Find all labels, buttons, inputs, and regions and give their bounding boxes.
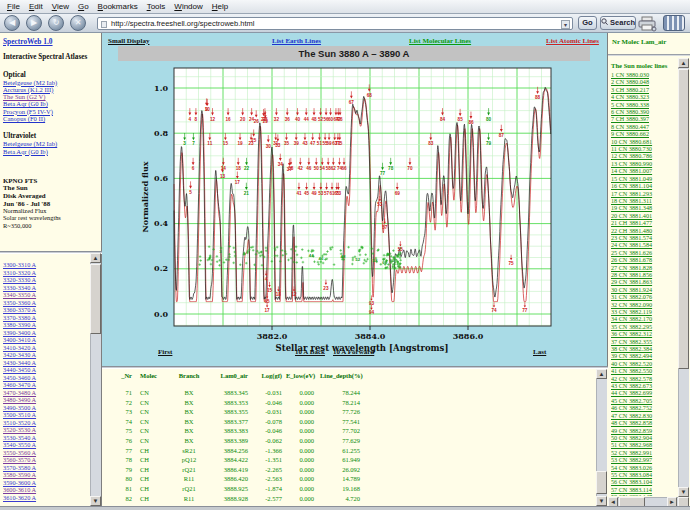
url-input[interactable]: http://spectra.freeshell.org/spectroweb.… (97, 17, 573, 30)
molec-line-link[interactable]: 1 CN 3880.030 (611, 71, 685, 78)
nav-last-link[interactable]: Last (533, 348, 546, 356)
molec-line-link[interactable]: 38 CN 3882.384 (611, 345, 685, 352)
molec-line-link[interactable]: 46 CN 3882.752 (611, 404, 685, 411)
nav-back-link[interactable]: 10 A Back (295, 348, 325, 356)
molec-line-link[interactable]: 49 CN 3882.859 (611, 427, 685, 434)
sidebar-range-link[interactable]: 3450-3460 A (3, 374, 89, 382)
sidebar-star-link[interactable]: Betelgeuse (M2 Iab) (3, 140, 88, 147)
sidebar-range-link[interactable]: 3300-3310 A (3, 261, 89, 269)
molec-line-link[interactable]: 41 CN 3882.550 (611, 367, 685, 374)
molec-line-link[interactable]: 44 CN 3882.699 (611, 389, 685, 396)
molec-line-link[interactable]: 6 CN 3880.390 (611, 108, 685, 115)
molec-line-link[interactable]: 52 CN 3882.991 (611, 449, 685, 456)
nav-first-link[interactable]: First (158, 348, 172, 356)
sidebar-range-link[interactable]: 3560-3570 A (3, 456, 89, 464)
molec-line-link[interactable]: 15 CN 3881.049 (611, 175, 685, 182)
left-scroll-down-icon[interactable]: ▼ (90, 496, 101, 506)
sidebar-range-link[interactable]: 3480-3490 A (3, 396, 89, 404)
molec-line-link[interactable]: 29 CN 3881.863 (611, 278, 685, 285)
menu-go[interactable]: Go (75, 1, 95, 12)
molec-line-link[interactable]: 9 CN 3880.662 (611, 130, 685, 137)
molec-line-link[interactable]: 58 CN 3883.147 (611, 493, 685, 496)
sidebar-range-link[interactable]: 3530-3540 A (3, 434, 89, 442)
sidebar-range-link[interactable]: 3540-3550 A (3, 441, 89, 449)
reload-icon[interactable]: ↻ (48, 15, 64, 31)
sidebar-range-link[interactable]: 3390-3400 A (3, 329, 89, 337)
url-text[interactable]: http://spectra.freeshell.org/spectroweb.… (111, 19, 254, 28)
molec-line-link[interactable]: 55 CN 3883.084 (611, 471, 685, 478)
molec-line-link[interactable]: 26 CN 3881.678 (611, 256, 685, 263)
sidebar-range-link[interactable]: 3310-3320 A (3, 269, 89, 277)
sidebar-range-link[interactable]: 3570-3580 A (3, 464, 89, 472)
molec-line-link[interactable]: 23 CN 3881.574 (611, 234, 685, 241)
sidebar-range-link[interactable]: 3440-3450 A (3, 366, 89, 374)
molec-line-link[interactable]: 51 CN 3882.968 (611, 441, 685, 448)
sidebar-star-link[interactable]: Betelgeuse (M2 Iab) (3, 79, 88, 86)
sidebar-range-link[interactable]: 3600-3610 A (3, 486, 89, 494)
molec-line-link[interactable]: 24 CN 3881.584 (611, 241, 685, 248)
sidebar-range-link[interactable]: 3590-3600 A (3, 479, 89, 487)
molec-line-link[interactable]: 25 CN 3881.626 (611, 249, 685, 256)
molec-line-link[interactable]: 10 CN 3880.681 (611, 138, 685, 145)
molec-line-link[interactable]: 11 CN 3880.730 (611, 145, 685, 152)
sidebar-star-link[interactable]: Arcturus (K1.2 III) (3, 86, 88, 93)
sidebar-range-link[interactable]: 3340-3350 A (3, 291, 89, 299)
molec-line-link[interactable]: 17 CN 3881.293 (611, 190, 685, 197)
menu-tools[interactable]: Tools (144, 1, 172, 12)
molec-line-link[interactable]: 28 CN 3881.856 (611, 271, 685, 278)
sidebar-range-link[interactable]: 3370-3380 A (3, 314, 89, 322)
molec-line-link[interactable]: 36 CN 3882.312 (611, 330, 685, 337)
molec-line-link[interactable]: 40 CN 3882.520 (611, 360, 685, 367)
molec-line-link[interactable]: 7 CH 3880.397 (611, 115, 685, 122)
list-atomic-lines-link[interactable]: List Atomic Lines (546, 37, 599, 45)
sidebar-range-link[interactable]: 3470-3480 A (3, 389, 89, 397)
molec-line-link[interactable]: 56 CN 3883.104 (611, 478, 685, 485)
menu-file[interactable]: File (4, 1, 26, 12)
molec-line-link[interactable]: 37 CN 3882.355 (611, 338, 685, 345)
sidebar-range-link[interactable]: 3550-3560 A (3, 449, 89, 457)
molec-line-link[interactable]: 19 CN 3881.348 (611, 204, 685, 211)
molec-line-link[interactable]: 14 CN 3881.007 (611, 167, 685, 174)
sidebar-star-link[interactable]: Beta Aqr (G0 Ib) (3, 148, 88, 155)
sidebar-range-link[interactable]: 3420-3430 A (3, 351, 89, 359)
molec-line-link[interactable]: 22 CH 3881.480 (611, 227, 685, 234)
sidebar-star-link[interactable]: Procyon (F5 IV-V) (3, 108, 88, 115)
menu-bookmarks[interactable]: Bookmarks (95, 1, 144, 12)
molec-line-link[interactable]: 31 CN 3882.076 (611, 293, 685, 300)
table-scroll-thumb[interactable] (596, 471, 607, 494)
right-scroll-up-icon[interactable]: ▲ (678, 58, 689, 68)
molec-line-link[interactable]: 48 CN 3882.858 (611, 419, 685, 426)
menu-help[interactable]: Help (209, 1, 234, 12)
small-display-link[interactable]: Small Display (108, 37, 149, 45)
sidebar-range-link[interactable]: 3330-3340 A (3, 284, 89, 292)
molec-line-link[interactable]: 20 CN 3881.401 (611, 212, 685, 219)
molec-line-link[interactable]: 35 CN 3882.295 (611, 323, 685, 330)
right-scroll-thumb[interactable] (678, 69, 689, 369)
sidebar-star-link[interactable]: The Sun (G2 V) (3, 93, 88, 100)
molec-line-link[interactable]: 33 CN 3882.119 (611, 308, 685, 315)
molec-line-link[interactable]: 21 CH 3881.477 (611, 219, 685, 226)
menu-view[interactable]: View (49, 1, 75, 12)
molec-line-link[interactable]: 45 CN 3882.705 (611, 397, 685, 404)
left-scroll-up-icon[interactable]: ▲ (90, 253, 101, 263)
sidebar-range-link[interactable]: 3400-3410 A (3, 336, 89, 344)
sidebar-range-link[interactable]: 3430-3440 A (3, 359, 89, 367)
molec-line-link[interactable]: 16 CN 3881.104 (611, 182, 685, 189)
spectroweb-home-link[interactable]: SpectroWeb 1.0 (3, 37, 88, 46)
molec-line-link[interactable]: 5 CN 3880.338 (611, 101, 685, 108)
go-button[interactable]: Go (578, 16, 597, 30)
molec-line-link[interactable]: 32 CN 3882.090 (611, 301, 685, 308)
back-icon[interactable]: ◀ (4, 15, 20, 31)
left-scroll-thumb[interactable] (90, 264, 101, 334)
sidebar-star-link[interactable]: Canopus (F0 II) (3, 115, 88, 122)
sidebar-range-link[interactable]: 3320-3330 A (3, 276, 89, 284)
molec-line-link[interactable]: 27 CN 3881.828 (611, 264, 685, 271)
table-scroll-down-icon[interactable]: ▼ (596, 496, 607, 506)
sidebar-range-link[interactable]: 3520-3530 A (3, 426, 89, 434)
molec-line-link[interactable]: 3 CH 3880.217 (611, 86, 685, 93)
molec-line-link[interactable]: 8 CN 3880.447 (611, 123, 685, 130)
sidebar-range-link[interactable]: 3580-3590 A (3, 471, 89, 479)
sidebar-range-link[interactable]: 3410-3420 A (3, 344, 89, 352)
nav-forward-link[interactable]: 10 A Forward (333, 348, 374, 356)
molec-line-link[interactable]: 34 CN 3882.170 (611, 315, 685, 322)
